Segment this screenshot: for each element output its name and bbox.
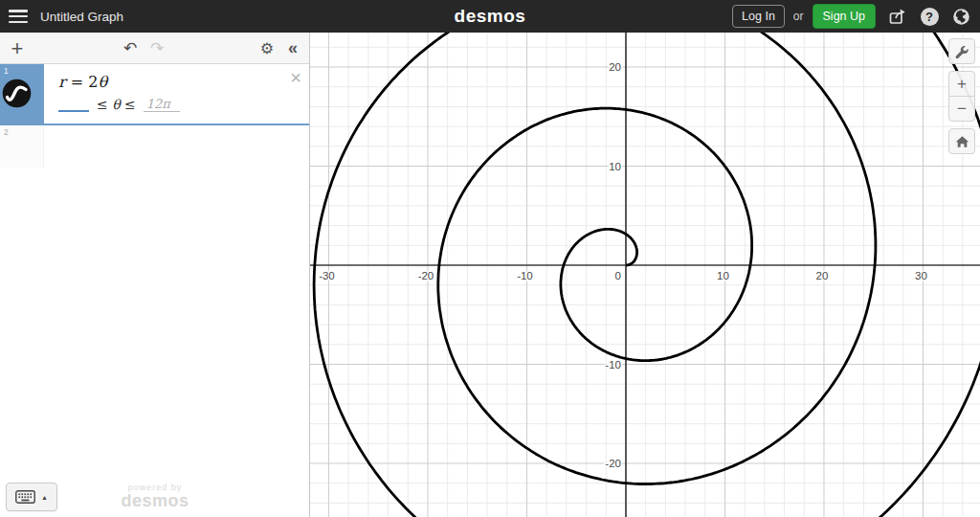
spiral-curve[interactable] bbox=[310, 33, 980, 517]
settings-gear-icon[interactable]: ⚙ bbox=[256, 33, 278, 64]
equation-lhs: r bbox=[58, 73, 66, 91]
home-icon bbox=[955, 135, 969, 148]
help-icon[interactable]: ? bbox=[920, 7, 939, 26]
x-axis-label: 30 bbox=[915, 270, 927, 281]
expression-row-1[interactable]: 1 r = 2θ ≤ θ ≤ 12π × bbox=[0, 64, 309, 125]
redo-button[interactable]: ↷ bbox=[145, 33, 168, 64]
graph-settings-button[interactable] bbox=[948, 38, 975, 64]
x-axis-label: -30 bbox=[319, 270, 335, 281]
globe-icon[interactable] bbox=[951, 7, 970, 26]
hamburger-menu-icon[interactable] bbox=[9, 10, 28, 23]
expression-gutter-2[interactable]: 2 bbox=[0, 125, 44, 168]
graph-controls: + − bbox=[948, 38, 975, 154]
header-actions: Log In or Sign Up ? bbox=[732, 0, 970, 33]
expression-content-1[interactable]: r = 2θ ≤ θ ≤ 12π × bbox=[44, 64, 309, 124]
equation-variable: θ bbox=[98, 73, 107, 91]
graph-paper[interactable]: -30-20-100102030-20-101020 + − bbox=[310, 33, 980, 517]
y-axis-label: 10 bbox=[609, 161, 621, 172]
expression-equation[interactable]: r = 2θ bbox=[58, 73, 300, 91]
expression-toolbar: + ↶ ↷ ⚙ « bbox=[0, 33, 309, 64]
desmos-app: Untitled Graph desmos Log In or Sign Up … bbox=[0, 0, 980, 517]
equation-coefficient: 2 bbox=[88, 73, 98, 91]
domain-min-input[interactable] bbox=[58, 97, 89, 112]
collapse-panel-button[interactable]: « bbox=[282, 33, 303, 64]
keyboard-icon bbox=[15, 490, 35, 504]
powered-by-watermark: powered by desmos bbox=[98, 483, 212, 509]
login-button[interactable]: Log In bbox=[732, 5, 785, 28]
expression-panel: + ↶ ↷ ⚙ « 1 r = 2θ ≤ θ ≤ bbox=[0, 33, 310, 517]
caret-up-icon: ▲ bbox=[41, 494, 48, 501]
zoom-in-button[interactable]: + bbox=[948, 71, 975, 97]
domain-inequality: ≤ θ ≤ bbox=[97, 97, 136, 112]
expression-gutter-1[interactable]: 1 bbox=[0, 64, 44, 124]
or-label: or bbox=[793, 10, 804, 23]
graph-title[interactable]: Untitled Graph bbox=[40, 10, 123, 24]
desmos-logo: desmos bbox=[455, 6, 526, 27]
equation-relation: = bbox=[71, 73, 83, 91]
expression-row-2[interactable]: 2 bbox=[0, 125, 309, 168]
keyboard-toggle-button[interactable]: ▲ bbox=[6, 483, 57, 511]
close-expression-button[interactable]: × bbox=[290, 68, 301, 87]
expression-number-2: 2 bbox=[4, 127, 9, 137]
signup-button[interactable]: Sign Up bbox=[813, 4, 876, 29]
expression-number-1: 1 bbox=[4, 66, 9, 76]
undo-button[interactable]: ↶ bbox=[119, 33, 142, 64]
domain-row: ≤ θ ≤ 12π bbox=[58, 97, 300, 112]
domain-max-input[interactable]: 12π bbox=[144, 97, 180, 112]
watermark-line1: powered by bbox=[98, 483, 212, 492]
watermark-line2: desmos bbox=[98, 492, 212, 509]
header-bar: Untitled Graph desmos Log In or Sign Up … bbox=[0, 0, 980, 33]
graph-canvas[interactable]: -30-20-100102030-20-101020 bbox=[310, 33, 980, 517]
x-axis-label: -10 bbox=[517, 270, 533, 281]
home-button[interactable] bbox=[948, 128, 975, 154]
y-axis-label: -10 bbox=[605, 359, 621, 371]
x-axis-label: -20 bbox=[418, 270, 434, 281]
x-axis-label: 20 bbox=[816, 270, 829, 281]
add-expression-button[interactable]: + bbox=[6, 33, 29, 64]
y-axis-label: -20 bbox=[605, 458, 621, 469]
x-axis-label: 10 bbox=[717, 270, 729, 281]
share-icon[interactable] bbox=[888, 7, 907, 26]
zoom-out-button[interactable]: − bbox=[948, 96, 975, 122]
origin-label: 0 bbox=[615, 270, 621, 281]
polar-curve-icon[interactable] bbox=[2, 79, 32, 108]
wrench-icon bbox=[954, 44, 969, 59]
y-axis-label: 20 bbox=[609, 61, 621, 73]
